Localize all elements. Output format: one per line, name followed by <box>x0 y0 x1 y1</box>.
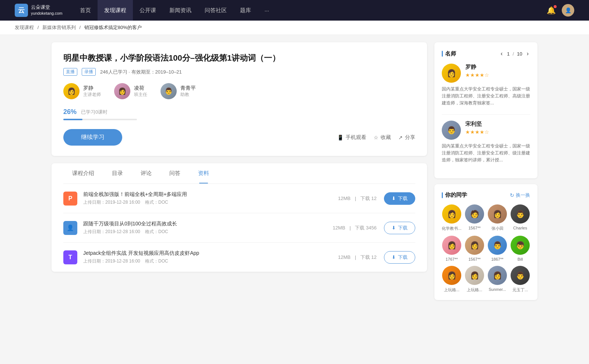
teachers-prev-arrow[interactable]: ‹ <box>499 50 504 58</box>
action-btns: 📱 手机观看 ☆ 收藏 ↗ 分享 <box>337 134 415 141</box>
bell-icon[interactable]: 🔔 <box>547 6 556 15</box>
teacher-avatar-0: 👩 <box>63 83 80 99</box>
nav-news[interactable]: 新闻资讯 <box>163 0 198 21</box>
classmate-8: 👩 上玩格... <box>442 266 462 293</box>
classmate-name-10: Sunmer... <box>487 287 507 292</box>
logo[interactable]: 云 云朵课堂yundoketang.com <box>15 4 62 17</box>
classmate-avatar-9: 👩 <box>465 266 484 285</box>
download-label-1: 下载 <box>398 225 408 231</box>
res-info-0: 前端全栈加强版！前端全栈+全周期+多端应用 上传日期：2019-12-28 16… <box>83 191 331 206</box>
res-sep-1: | <box>349 225 352 231</box>
classmate-name-11: 元玉丁... <box>510 287 530 293</box>
breadcrumb-item-2[interactable]: 新媒体营销系列 <box>42 25 76 30</box>
teacher-card-header-1: 👨 宋利坚 ★★★★☆ <box>442 121 530 140</box>
nav-qa[interactable]: 问答社区 <box>198 0 233 21</box>
nav-quiz[interactable]: 题库 <box>233 0 258 21</box>
mobile-watch-button[interactable]: 📱 手机观看 <box>337 134 366 141</box>
notification-dot <box>554 5 557 8</box>
breadcrumb-sep-1: / <box>38 25 39 30</box>
share-button[interactable]: ↗ 分享 <box>398 134 415 141</box>
right-sidebar: 名师 ‹ 1/10 › 👩 罗静 ★★★★☆ 国内某重点大学安全工程专业硕士，国… <box>434 42 537 306</box>
continue-button[interactable]: 继续学习 <box>63 129 122 146</box>
user-avatar-nav[interactable]: 👤 <box>562 4 574 17</box>
course-meta-text: 246人已学习 · 有效期至：2019–10–21 <box>100 69 182 75</box>
teacher-card-avatar-1: 👨 <box>442 121 461 140</box>
divider-0 <box>442 114 530 115</box>
teacher-card-avatar-0: 👩 <box>442 64 461 83</box>
classmate-name-8: 上玩格... <box>442 287 462 293</box>
download-icon-2: ⬇ <box>392 254 396 260</box>
tab-review[interactable]: 评论 <box>132 163 161 183</box>
nav-more[interactable]: ··· <box>258 0 276 21</box>
res-meta-0: 上传日期：2019-12-28 16:00 格式：DOC <box>83 199 331 206</box>
res-stats-0: 12MB | 下载 12 <box>336 195 378 202</box>
tabs-section: 课程介绍 目录 评论 问答 资料 P 前端全栈加强版！前端全栈+全周期+多端应用… <box>52 163 427 272</box>
tab-qa[interactable]: 问答 <box>161 163 189 183</box>
teacher-card-header-0: 👩 罗静 ★★★★☆ <box>442 64 530 83</box>
progress-bar-fill <box>63 119 82 120</box>
res-date-2: 上传日期：2019-12-28 16:00 <box>83 258 140 264</box>
nav-open[interactable]: 公开课 <box>133 0 163 21</box>
download-icon-0: ⬇ <box>392 196 396 201</box>
resource-item-1: 👤 跟随千万级项目从0到100全过程高效成长 上传日期：2019-12-28 1… <box>63 213 415 243</box>
breadcrumb-current: 销冠修炼术搞定80%的客户 <box>84 25 142 30</box>
res-title-1: 跟随千万级项目从0到100全过程高效成长 <box>83 221 325 227</box>
progress-label: 26% 已学习0课时 <box>63 108 415 116</box>
download-btn-0[interactable]: ⬇ 下载 <box>384 192 415 205</box>
classmate-name-0: 化学教书... <box>442 226 462 231</box>
teacher-card-stars-0: ★★★★☆ <box>465 72 489 78</box>
res-date-1: 上传日期：2019-12-28 16:00 <box>83 229 140 234</box>
res-format-1: 格式：DOC <box>145 229 168 234</box>
classmates-panel-header: 你的同学 ↻ 换一换 <box>442 192 530 199</box>
res-downloads-0: 下载 12 <box>360 196 377 201</box>
teacher-card-desc-1: 国内某重点大学安全工程专业硕士，国家一级注册消防工程师、注册安全工程师、级注册建… <box>442 143 530 164</box>
teachers-panel-title: 名师 <box>442 50 456 57</box>
classmate-11: 👨 元玉丁... <box>510 266 530 293</box>
teachers-next-arrow[interactable]: › <box>525 50 530 58</box>
nav-home[interactable]: 首页 <box>73 0 98 21</box>
teacher-card-1: 👨 宋利坚 ★★★★☆ 国内某重点大学安全工程专业硕士，国家一级注册消防工程师、… <box>442 121 530 164</box>
badge-record: 录播 <box>82 68 96 76</box>
tab-intro[interactable]: 课程介绍 <box>63 163 103 183</box>
progress-bar-bg <box>63 119 137 120</box>
res-sep-0: | <box>355 196 357 201</box>
collect-button[interactable]: ☆ 收藏 <box>374 134 391 141</box>
main-container: 明星中教授课，小学阶段语法100分–强化级第1讲动词（一） 直播 录播 246人… <box>37 42 552 306</box>
classmate-7: 👦 Bill <box>510 236 530 261</box>
classmates-panel: 你的同学 ↻ 换一换 👩 化学教书... 🧑 1567** 👩 张小田 <box>434 184 537 300</box>
collect-label: 收藏 <box>381 134 391 141</box>
download-icon-1: ⬇ <box>392 225 396 231</box>
share-icon: ↗ <box>398 135 403 140</box>
res-title-2: Jetpack全组件实战 开发短视频应用高仿皮皮虾App <box>83 250 331 257</box>
teacher-card-name-0: 罗静 <box>465 64 489 71</box>
tabs-header: 课程介绍 目录 评论 问答 资料 <box>63 163 415 184</box>
tab-catalog[interactable]: 目录 <box>103 163 132 183</box>
nav-items: 首页 发现课程 公开课 新闻资讯 问答社区 题库 ··· <box>73 0 547 21</box>
classmate-3: 👨 Charles <box>510 204 530 231</box>
res-meta-1: 上传日期：2019-12-28 16:00 格式：DOC <box>83 229 325 235</box>
logo-text: 云朵课堂yundoketang.com <box>31 4 62 16</box>
course-card: 明星中教授课，小学阶段语法100分–强化级第1讲动词（一） 直播 录播 246人… <box>52 42 427 156</box>
refresh-classmates-button[interactable]: ↻ 换一换 <box>510 192 530 199</box>
navbar: 云 云朵课堂yundoketang.com 首页 发现课程 公开课 新闻资讯 问… <box>0 0 589 21</box>
teacher-card-info-1: 宋利坚 ★★★★☆ <box>465 121 489 135</box>
teachers-total: 10 <box>517 51 522 57</box>
classmate-9: 👩 上玩格... <box>465 266 484 293</box>
tab-resource[interactable]: 资料 <box>189 163 218 183</box>
mobile-icon: 📱 <box>337 135 343 140</box>
classmate-avatar-6: 👨 <box>488 236 507 255</box>
classmate-name-7: Bill <box>510 257 530 261</box>
nav-right: 🔔 👤 <box>547 4 574 17</box>
res-downloads-2: 下载 12 <box>360 254 377 260</box>
breadcrumb-item-1[interactable]: 发现课程 <box>15 25 34 30</box>
badge-live: 直播 <box>63 68 77 76</box>
share-label: 分享 <box>405 134 415 141</box>
teachers-panel-nav: ‹ 1/10 › <box>499 50 530 58</box>
teacher-name-2: 青青平 <box>180 85 196 92</box>
teacher-card-0: 👩 罗静 ★★★★☆ 国内某重点大学安全工程专业硕士，国家一级注册消防工程师、注… <box>442 64 530 107</box>
nav-discover[interactable]: 发现课程 <box>98 0 133 21</box>
teacher-card-name-1: 宋利坚 <box>465 121 489 128</box>
download-btn-2[interactable]: ⬇ 下载 <box>384 251 415 264</box>
download-btn-1[interactable]: ⬇ 下载 <box>384 222 415 234</box>
classmate-avatar-7: 👦 <box>511 236 530 255</box>
